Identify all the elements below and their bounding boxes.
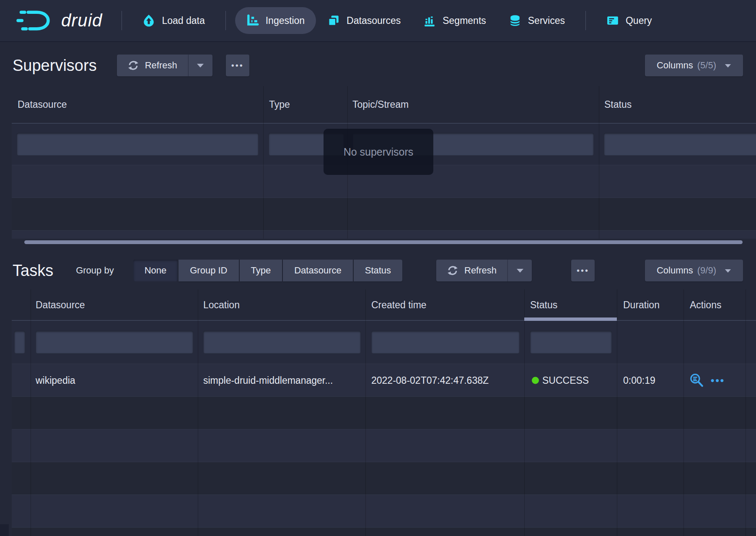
datasource-filter-input[interactable] (36, 331, 193, 354)
columns-label: Columns (657, 265, 693, 276)
refresh-icon (128, 60, 139, 71)
column-header-type[interactable]: Type (269, 99, 290, 110)
table-row-wikipedia[interactable]: wikipedia simple-druid-middlemanager... … (12, 364, 756, 396)
empty-table-row (12, 494, 756, 527)
more-icon: ••• (577, 266, 589, 276)
column-header-datasource[interactable]: Datasource (18, 99, 67, 110)
nav-item-load-data[interactable]: Load data (131, 7, 216, 34)
nav-divider (585, 11, 586, 30)
task-actions-menu-icon[interactable]: ••• (711, 375, 725, 386)
expander-filter-input[interactable] (14, 331, 25, 354)
column-header-topic-stream[interactable]: Topic/Stream (352, 99, 409, 110)
location-filter-input[interactable] (203, 331, 361, 354)
datasource-filter-input[interactable] (17, 133, 259, 156)
column-header-created-time[interactable]: Created time (371, 299, 427, 310)
supervisors-refresh-split-button: Refresh (117, 55, 212, 76)
column-divider (599, 86, 599, 239)
group-by-status-button[interactable]: Status (354, 260, 402, 281)
column-header-datasource[interactable]: Datasource (36, 299, 85, 310)
nav-item-label: Segments (443, 15, 486, 26)
group-by-type-button[interactable]: Type (240, 260, 282, 281)
query-icon (606, 14, 619, 27)
inspect-task-icon[interactable] (689, 373, 704, 388)
columns-label: Columns (657, 60, 693, 71)
nav-item-query[interactable]: Query (595, 7, 663, 34)
ingestion-icon (246, 14, 259, 27)
status-success-dot (532, 377, 539, 384)
tasks-table-header: Datasource Location Created time Status … (12, 289, 756, 321)
services-icon (509, 14, 521, 27)
columns-count: (9/9) (697, 265, 716, 276)
column-divider (617, 289, 617, 536)
nav-divider (225, 11, 226, 30)
top-navbar: druid Load data Ingestion (0, 0, 756, 42)
column-header-location[interactable]: Location (203, 299, 240, 310)
group-by-label: Group by (76, 265, 114, 276)
cell-location: simple-druid-middlemanager... (203, 375, 333, 386)
tasks-title: Tasks (13, 262, 53, 280)
column-header-actions[interactable]: Actions (690, 299, 721, 310)
column-divider (263, 86, 264, 239)
refresh-icon (447, 265, 458, 276)
status-filter-input[interactable] (530, 331, 612, 354)
supervisors-title: Supervisors (13, 57, 97, 75)
group-by-button-group: None Group ID Type Datasource Status (133, 260, 402, 281)
cell-datasource: wikipedia (36, 375, 75, 386)
created-time-filter-input[interactable] (371, 331, 520, 354)
tasks-refresh-split-button: Refresh (436, 260, 532, 281)
tasks-toolbar: Tasks Group by None Group ID Type Dataso… (0, 256, 756, 285)
cell-created-time: 2022-08-02T07:42:47.638Z (371, 375, 489, 386)
segments-icon (423, 14, 436, 27)
empty-table-row (12, 429, 756, 462)
brand-name: druid (61, 10, 102, 31)
nav-item-label: Services (528, 15, 565, 26)
group-by-none-button[interactable]: None (133, 260, 178, 281)
column-header-status[interactable]: Status (604, 99, 632, 110)
status-sort-indicator (524, 317, 617, 321)
refresh-interval-caret-button[interactable] (507, 260, 532, 281)
cell-status: SUCCESS (542, 375, 589, 386)
chevron-down-icon (516, 268, 524, 273)
empty-table-row (12, 396, 756, 429)
nav-item-segments[interactable]: Segments (412, 7, 497, 34)
nav-item-ingestion[interactable]: Ingestion (235, 7, 316, 34)
column-divider (198, 289, 198, 536)
column-divider (31, 289, 31, 536)
cell-duration: 0:00:19 (623, 375, 655, 386)
nav-item-label: Ingestion (266, 15, 305, 26)
empty-table-row (12, 198, 756, 230)
nav-item-services[interactable]: Services (497, 7, 576, 34)
nav-divider (122, 11, 122, 30)
refresh-label: Refresh (464, 265, 497, 276)
column-header-duration[interactable]: Duration (623, 299, 660, 310)
supervisors-columns-button[interactable]: Columns (5/5) (645, 55, 743, 76)
group-by-datasource-button[interactable]: Datasource (283, 260, 353, 281)
status-filter-input[interactable] (604, 133, 756, 156)
nav-item-label: Load data (162, 15, 205, 26)
scrollbar-corner (0, 524, 9, 536)
supervisors-toolbar: Supervisors Refresh ••• Co (0, 51, 756, 80)
column-divider (524, 289, 525, 536)
load-data-icon (142, 14, 155, 27)
horizontal-scrollbar[interactable] (24, 240, 743, 244)
druid-logo[interactable]: druid (16, 8, 102, 33)
refresh-interval-caret-button[interactable] (188, 55, 212, 76)
no-supervisors-overlay: No supervisors (324, 129, 433, 175)
column-header-status[interactable]: Status (530, 299, 557, 310)
empty-table-row (12, 527, 756, 536)
tasks-more-button[interactable]: ••• (571, 260, 595, 281)
columns-count: (5/5) (697, 60, 716, 71)
refresh-button[interactable]: Refresh (436, 260, 507, 281)
tasks-table: Datasource Location Created time Status … (12, 289, 756, 536)
empty-message: No supervisors (344, 146, 414, 158)
supervisors-table-header: Datasource Type Topic/Stream Status (12, 86, 756, 124)
tasks-columns-button[interactable]: Columns (9/9) (645, 260, 743, 281)
nav-item-label: Datasources (347, 15, 401, 26)
nav-item-datasources[interactable]: Datasources (316, 7, 412, 34)
column-divider (746, 289, 746, 536)
empty-table-row (12, 230, 756, 239)
column-divider (684, 289, 684, 536)
group-by-group-id-button[interactable]: Group ID (179, 260, 238, 281)
supervisors-more-button[interactable]: ••• (226, 55, 249, 76)
refresh-button[interactable]: Refresh (117, 55, 188, 76)
